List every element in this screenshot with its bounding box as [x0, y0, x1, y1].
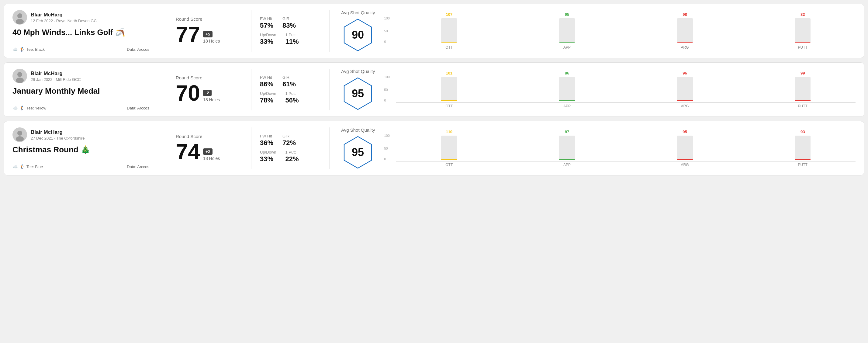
gir-value-3: 72% [282, 139, 296, 147]
bar-xlabel-arg: ARG [632, 163, 738, 167]
tee-info-1: ☁️ 🏌️ Tee: Black [12, 47, 45, 52]
divider-right-3 [329, 127, 330, 169]
user-header-2: Blair McHarg 29 Jan 2022 · Mill Ride GCC [12, 69, 149, 83]
bar-value-arg: 98 [683, 12, 687, 17]
up-down-value-2: 78% [260, 96, 276, 104]
up-down-label-2: Up/Down [260, 91, 276, 96]
score-badge-3: +2 [203, 148, 213, 155]
card-left-3: Blair McHarg 27 Dec 2021 · The Oxfordshi… [12, 127, 158, 169]
bar-xlabel-app: APP [514, 45, 620, 50]
divider-mid-2 [251, 69, 251, 111]
up-down-3: Up/Down 33% [260, 150, 276, 163]
tee-label-3: Tee: Blue [26, 164, 43, 169]
fw-hit-label-1: FW Hit [260, 17, 273, 21]
bars-area: 107 95 98 82 [396, 12, 856, 42]
user-date-2: 29 Jan 2022 · Mill Ride GCC [31, 77, 81, 82]
quality-label-3: Avg Shot Quality [341, 127, 375, 132]
score-section-3: Round Score 74 +2 18 Holes [176, 127, 243, 169]
one-putt-3: 1 Putt 22% [285, 150, 299, 163]
gir-1: GIR 83% [282, 17, 296, 30]
avatar-2 [12, 69, 27, 83]
one-putt-label-1: 1 Putt [285, 33, 299, 37]
divider-left-3 [167, 127, 167, 169]
bar-value-app: 86 [565, 71, 569, 75]
data-source-1: Data: Arccos [127, 47, 149, 52]
quality-label-2: Avg Shot Quality [341, 69, 375, 74]
score-badge-block-1: +5 18 Holes [203, 31, 220, 45]
bar-xlabel-putt: PUTT [750, 104, 856, 108]
one-putt-2: 1 Putt 56% [285, 91, 299, 104]
weather-icon-2: ☁️ [12, 105, 18, 111]
round-card-2: Blair McHarg 29 Jan 2022 · Mill Ride GCC… [4, 62, 864, 117]
score-main-1: 77 +5 18 Holes [176, 23, 243, 45]
bar-xlabel-ott: OTT [396, 45, 502, 50]
bar-value-putt: 82 [801, 12, 805, 17]
y-label-0: 0 [384, 40, 386, 43]
bar-column-putt: 93 [750, 129, 856, 160]
score-main-3: 74 +2 18 Holes [176, 141, 243, 163]
up-down-label-3: Up/Down [260, 150, 276, 154]
fw-hit-value-3: 36% [260, 139, 273, 147]
one-putt-1: 1 Putt 11% [285, 33, 299, 45]
user-header-1: Blair McHarg 12 Feb 2022 · Royal North D… [12, 10, 149, 25]
gir-3: GIR 72% [282, 134, 296, 147]
avatar-3 [12, 127, 27, 142]
round-card-1: Blair McHarg 12 Feb 2022 · Royal North D… [4, 4, 864, 58]
bar-column-arg: 96 [632, 71, 738, 101]
svg-point-1 [17, 13, 22, 18]
stats-section-1: FW Hit 57% GIR 83% Up/Down 33% 1 Putt [260, 10, 321, 52]
svg-point-4 [17, 72, 22, 77]
one-putt-label-2: 1 Putt [285, 91, 299, 96]
gir-label-1: GIR [282, 17, 296, 21]
bar-column-ott: 110 [396, 129, 502, 160]
tee-label-1: Tee: Black [26, 47, 45, 52]
bar-column-app: 95 [514, 12, 620, 42]
y-label-50: 50 [384, 88, 388, 92]
bar-xlabel-arg: ARG [632, 104, 738, 108]
x-labels: OTTAPPARGPUTT [396, 45, 856, 50]
hexagon-score-2: 95 [352, 87, 364, 100]
data-source-2: Data: Arccos [127, 106, 149, 111]
gir-value-1: 83% [282, 22, 296, 30]
y-label-50: 50 [384, 147, 388, 150]
one-putt-value-2: 56% [285, 96, 299, 104]
score-holes-3: 18 Holes [203, 156, 220, 161]
y-label-50: 50 [384, 29, 388, 33]
divider-mid-1 [251, 10, 251, 52]
user-name-2: Blair McHarg [31, 70, 81, 76]
hexagon-score-1: 90 [352, 29, 364, 41]
divider-mid-3 [251, 127, 251, 169]
up-down-value-1: 33% [260, 38, 276, 45]
score-number-3: 74 [176, 141, 200, 163]
axis-line [396, 102, 856, 103]
bar-xlabel-app: APP [514, 104, 620, 108]
score-holes-1: 18 Holes [203, 39, 220, 43]
fw-hit-2: FW Hit 86% [260, 75, 273, 88]
up-down-2: Up/Down 78% [260, 91, 276, 104]
score-section-2: Round Score 70 -2 18 Holes [176, 69, 243, 111]
score-badge-block-2: -2 18 Holes [203, 90, 220, 104]
bar-value-arg: 95 [683, 129, 687, 134]
bar-column-app: 87 [514, 129, 620, 160]
bar-value-putt: 93 [801, 129, 805, 134]
bar-value-app: 87 [565, 129, 569, 134]
weather-icon-3: ☁️ [12, 164, 18, 169]
bar-value-arg: 96 [683, 71, 687, 75]
score-badge-block-3: +2 18 Holes [203, 148, 220, 163]
user-name-3: Blair McHarg [31, 129, 85, 135]
bar-chart: 100 50 0 101 86 96 [384, 71, 856, 108]
tee-marker-icon-2: 🏌️ [20, 105, 25, 111]
stats-row-top-2: FW Hit 86% GIR 61% [260, 75, 321, 88]
quality-section-3: Avg Shot Quality 95 100 50 0 110 [338, 127, 856, 169]
y-label-0: 0 [384, 157, 386, 161]
round-title-1: 40 Mph Winds... Links Golf 🪃 [12, 28, 149, 37]
user-info-3: Blair McHarg 27 Dec 2021 · The Oxfordshi… [31, 129, 85, 141]
bar-column-putt: 99 [750, 71, 856, 101]
fw-hit-3: FW Hit 36% [260, 134, 273, 147]
hexagon-score-3: 95 [352, 146, 364, 159]
score-number-2: 70 [176, 82, 200, 104]
quality-section-2: Avg Shot Quality 95 100 50 0 101 [338, 69, 856, 111]
fw-hit-label-2: FW Hit [260, 75, 273, 80]
divider-left-2 [167, 69, 167, 111]
quality-section-1: Avg Shot Quality 90 100 50 0 107 [338, 10, 856, 52]
